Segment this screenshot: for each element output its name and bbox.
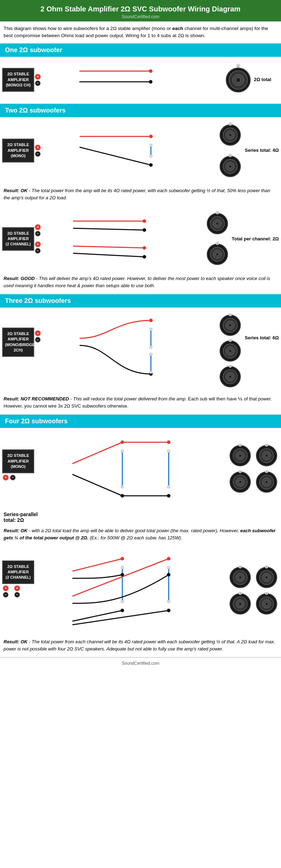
section-one-header: One 2Ω subwoofer [0, 44, 281, 57]
terminal-neg-4-2ch-2: − [14, 592, 20, 598]
result-two-series: Result: OK - The total power from the am… [0, 184, 281, 206]
terminal-pair-top: + − [35, 224, 41, 236]
svg-text:i: i [238, 65, 239, 68]
svg-point-26 [229, 165, 232, 168]
svg-point-33 [143, 219, 146, 223]
terminal-neg-2ch-2: − [35, 248, 41, 254]
terminal-neg-4-2ch-1: − [3, 592, 9, 598]
terminals-4-2ch: + − + − [3, 585, 20, 598]
label-four-series-parallel: Series-paralleltotal: 2Ω [0, 510, 281, 524]
amp-terminal-group-4: 2Ω STABLE AMPLIFIER(MONO) + − [2, 449, 34, 480]
wiring-svg-3 [41, 313, 218, 381]
subwoofer-icon-2p-1: i [205, 209, 230, 238]
svg-point-114 [167, 573, 170, 577]
result-four-mono: Result: OK - with a 2Ω total load the am… [0, 524, 281, 546]
svg-text:i: i [230, 123, 231, 125]
terminal-neg-1: − [35, 80, 41, 86]
sub-grid-4-2ch: i i i [228, 565, 279, 616]
terminal-pair-4-right: + − [14, 585, 20, 598]
result-four-2ch: Result: OK - The total power from each c… [0, 635, 281, 657]
svg-point-111 [121, 557, 124, 560]
amp-terminal-group-4-2ch: 2Ω STABLE AMPLIFIER(2 CHANNEL) + − + − [2, 560, 34, 598]
svg-point-54 [149, 346, 152, 349]
subwoofer-icon-3-1: i [218, 313, 242, 338]
sub-grid-4m: i i i [228, 444, 279, 494]
svg-text:i: i [266, 592, 267, 595]
amp-box-2p: 2Ω STABLE AMPLIFIER(2 CHANNEL) [2, 227, 34, 251]
svg-line-32 [73, 253, 144, 257]
wiring-svg-2s [41, 126, 218, 176]
svg-point-79 [121, 450, 124, 453]
svg-point-53 [149, 328, 152, 331]
svg-text:i: i [240, 566, 241, 568]
diagram-three: 2Ω STABLE AMPLIFIER(MONO/BRIDGED 2CH) + … [0, 308, 281, 393]
wiring-two-2ch [41, 212, 205, 266]
terminal-pos-3: + [35, 330, 41, 336]
svg-text:i: i [240, 592, 241, 595]
svg-text:i: i [240, 471, 241, 473]
svg-point-60 [229, 324, 232, 327]
terminal-neg-2ch-1: − [35, 231, 41, 236]
amp-box-1: 2Ω STABLE AMPLIFIER(MONO/2 CH) [2, 68, 34, 91]
svg-text:i: i [266, 471, 267, 473]
terminals-2s: + − [35, 145, 41, 157]
subwoofer-icon-4m-4: i [255, 470, 279, 494]
subwoofer-icon-3-3: i [218, 365, 242, 389]
section-three-header: Three 2Ω subwoofers [0, 294, 281, 308]
svg-point-119 [121, 609, 124, 612]
subwoofer-icon-3-2: i [218, 339, 242, 363]
svg-point-88 [239, 454, 242, 457]
svg-point-84 [167, 494, 170, 498]
svg-point-77 [121, 440, 124, 444]
svg-text:i: i [230, 154, 231, 157]
wiring-svg-2p [41, 212, 205, 266]
wiring-svg-4-2ch [34, 550, 228, 632]
subwoofer-icon-4-2ch-3: i [228, 592, 252, 616]
svg-point-124 [239, 576, 242, 579]
subwoofer-icon-2p-2: i [205, 240, 230, 269]
svg-line-11 [80, 147, 151, 165]
svg-point-78 [167, 440, 170, 444]
page-title: 2 Ohm Stable Amplifier 2Ω SVC Subwoofer … [4, 4, 277, 14]
svg-point-106 [265, 480, 268, 484]
svg-point-112 [121, 573, 124, 577]
svg-point-34 [143, 228, 146, 232]
wiring-four-2ch [34, 550, 228, 632]
svg-point-142 [265, 602, 268, 605]
diagram-four-mono: 2Ω STABLE AMPLIFIER(MONO) + − [0, 428, 281, 510]
svg-point-66 [229, 349, 232, 353]
svg-line-31 [73, 246, 144, 248]
svg-text:i: i [266, 444, 267, 447]
svg-point-100 [239, 480, 242, 484]
svg-point-113 [167, 557, 170, 560]
section-two-header: Two 2Ω subwoofers [0, 104, 281, 117]
section-four-header: Four 2Ω subwoofers [0, 415, 281, 428]
svg-text:i: i [217, 243, 218, 245]
subwoofer-icon-4-2ch-1: i [228, 565, 252, 590]
result-three: Result: NOT RECOMMENDED - This will redu… [0, 393, 281, 414]
label-one-total: 2Ω total [254, 76, 279, 83]
terminal-pos-1: + [35, 74, 41, 80]
svg-point-7 [236, 78, 241, 83]
svg-text:i: i [217, 212, 218, 214]
terminal-neg-2s: − [35, 151, 41, 157]
intro-text: This diagram shows how to wire subwoofer… [0, 21, 281, 44]
wiring-svg-1 [41, 60, 225, 100]
svg-point-94 [265, 454, 268, 457]
terminal-neg-4m: − [10, 475, 16, 480]
svg-point-136 [239, 602, 242, 605]
subwoofer-icon-4m-2: i [255, 444, 279, 468]
page-header: 2 Ohm Stable Amplifier 2Ω SVC Subwoofer … [0, 0, 281, 21]
svg-point-118 [167, 600, 170, 603]
svg-point-55 [149, 353, 152, 356]
terminals-4m: + − [3, 475, 16, 480]
amp-box-4-2ch: 2Ω STABLE AMPLIFIER(2 CHANNEL) [2, 560, 34, 584]
wiring-svg-4m [34, 431, 228, 507]
svg-text:i: i [266, 566, 267, 568]
svg-point-3 [149, 80, 153, 84]
terminal-pos-4-2ch-1: + [3, 585, 9, 591]
terminal-pos-4m: + [3, 475, 9, 480]
svg-point-116 [121, 600, 124, 603]
subwoofer-icon-4m-3: i [228, 470, 252, 494]
svg-line-30 [73, 228, 144, 230]
